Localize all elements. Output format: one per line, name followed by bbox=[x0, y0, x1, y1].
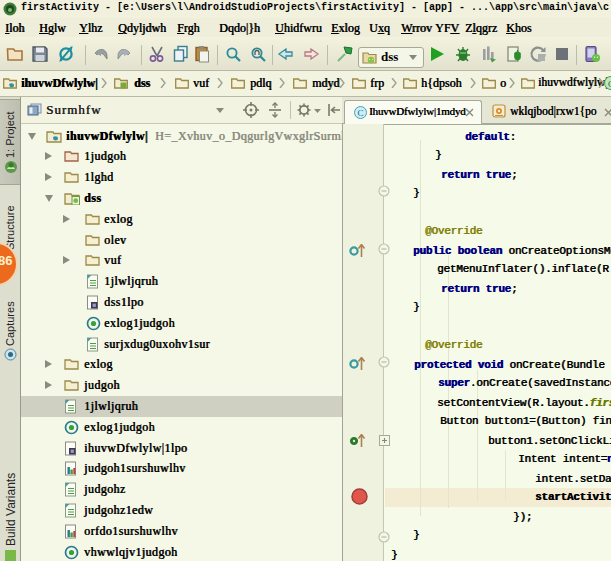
svg-text:C: C bbox=[357, 108, 363, 118]
